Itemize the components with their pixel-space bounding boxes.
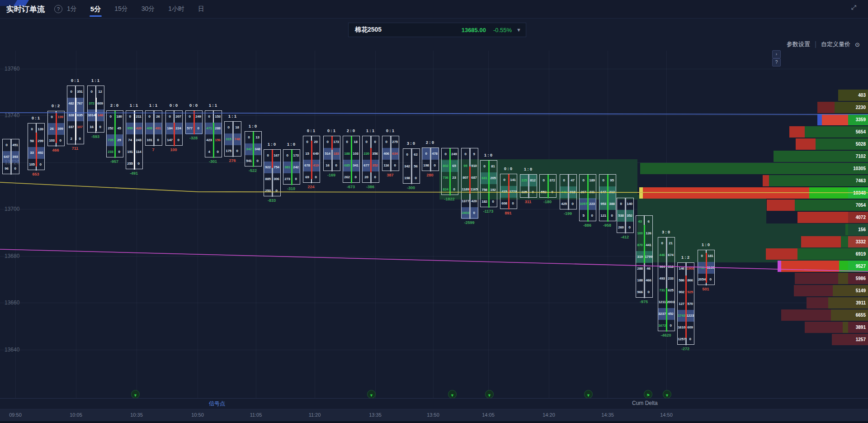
- volume-profile-bar: [835, 102, 848, 113]
- gridline-horizontal: [0, 350, 868, 350]
- volume-profile-bar: [781, 261, 839, 272]
- custom-volume-price-button[interactable]: 自定义量价: [821, 40, 850, 48]
- tab-timeframe-2[interactable]: 15分: [113, 0, 129, 18]
- signal-marker-icon[interactable]: ▼: [448, 390, 457, 399]
- tab-timeframe-1[interactable]: 5分: [90, 0, 102, 18]
- volume-profile-bar: [795, 200, 848, 211]
- footprint-chart[interactable]: 1376013740137201370013680136601364040322…: [0, 0, 868, 423]
- tab-timeframe-5[interactable]: 日: [197, 0, 205, 18]
- gridline-vertical: [15, 51, 16, 398]
- gridline-vertical: [375, 51, 376, 398]
- cum-delta-label: Cum Delta: [632, 400, 658, 406]
- volume-profile-value: 403: [848, 90, 868, 101]
- volume-profile-value: 10348: [848, 187, 868, 199]
- top-bar: 实时订单流 ? 1分5分15分30分1小时日: [0, 0, 868, 19]
- signal-marker-icon[interactable]: ⚑: [644, 390, 652, 399]
- gridline-vertical: [315, 51, 315, 398]
- time-axis-tick: 11:05: [250, 412, 262, 418]
- volume-profile-value: 6919: [848, 248, 868, 260]
- volume-profile-bar: [816, 138, 848, 150]
- time-axis-tick: 10:05: [70, 412, 82, 418]
- right-toolbar: 参数设置 | 自定义量价 ⊙: [787, 40, 860, 49]
- volume-profile-value: 6655: [848, 309, 868, 321]
- gridline-vertical: [488, 51, 489, 398]
- chart-bottom-divider: [0, 398, 868, 399]
- volume-profile-bar: [794, 285, 833, 296]
- time-axis-tick: 09:50: [9, 412, 22, 418]
- volume-profile-value: 1257: [848, 334, 868, 345]
- volume-profile-bar: [789, 126, 805, 138]
- time-axis-tick: 14:50: [660, 412, 673, 418]
- volume-profile-bar: [778, 261, 781, 272]
- time-axis-tick: 14:05: [482, 412, 495, 418]
- last-price: 13685.00: [462, 27, 486, 33]
- panel-collapse-button[interactable]: ›: [772, 50, 781, 58]
- time-axis-tick: 14:35: [601, 412, 614, 418]
- volume-profile-bar: [822, 114, 848, 125]
- volume-profile-value: 3359: [848, 114, 868, 125]
- toolbar-divider: |: [815, 40, 816, 48]
- volume-profile-bar: [807, 297, 828, 309]
- signal-marker-icon[interactable]: ▼: [485, 390, 494, 399]
- volume-profile-value: 9527: [848, 261, 868, 272]
- volume-profile-bar: [809, 187, 848, 199]
- volume-profile-bar: [838, 90, 848, 101]
- instrument-bar[interactable]: 棉花2505 13685.00 -0.55% ▼: [348, 23, 526, 37]
- volume-profile-bar: [817, 102, 835, 113]
- eye-icon[interactable]: ⊙: [855, 41, 860, 48]
- volume-profile-bar: [797, 212, 848, 223]
- signal-points-label[interactable]: 信号点: [209, 400, 225, 408]
- volume-profile-bar: [767, 200, 795, 211]
- price-axis-label: 13660: [5, 299, 19, 306]
- tab-timeframe-3[interactable]: 30分: [141, 0, 156, 18]
- help-icon[interactable]: ?: [54, 5, 62, 13]
- price-axis-label: 13680: [5, 253, 19, 259]
- volume-profile-bar: [805, 322, 843, 333]
- volume-profile-bar: [832, 334, 848, 345]
- signal-marker-icon[interactable]: ▼: [663, 390, 671, 399]
- price-axis-label: 13760: [5, 66, 19, 72]
- gridline-horizontal: [0, 69, 868, 69]
- price-axis-label: 13740: [5, 112, 19, 119]
- volume-profile-bar: [769, 175, 848, 186]
- volume-profile-value: 5149: [848, 285, 868, 296]
- gridline-vertical: [256, 51, 256, 398]
- signal-marker-icon[interactable]: ▼: [131, 390, 140, 399]
- settings-button[interactable]: 参数设置: [787, 40, 810, 48]
- volume-profile-value: 3911: [848, 297, 868, 309]
- volume-profile-bar: [763, 175, 769, 186]
- change-percent: -0.55%: [493, 27, 512, 33]
- time-axis[interactable]: 09:5010:0510:3510:5011:0511:2013:3513:50…: [0, 409, 868, 421]
- volume-profile-value: 5986: [848, 273, 868, 284]
- volume-profile-bar: [801, 236, 841, 247]
- gridline-horizontal: [0, 303, 868, 303]
- signal-marker-icon[interactable]: ▼: [584, 390, 593, 399]
- panel-help-button[interactable]: ?: [772, 58, 781, 67]
- volume-profile-bar: [639, 187, 643, 199]
- volume-profile-value: 10305: [848, 163, 868, 174]
- volume-profile-value: 7054: [848, 200, 868, 211]
- value-area-band: [637, 195, 766, 223]
- gridline-vertical: [549, 51, 549, 398]
- expand-icon[interactable]: ⤢: [851, 4, 856, 11]
- volume-profile-value: 5028: [848, 138, 868, 150]
- tab-timeframe-0[interactable]: 1分: [66, 0, 78, 18]
- orderflow-app: 1376013740137201370013680136601364040322…: [0, 0, 868, 423]
- volume-profile-bar: [833, 285, 848, 296]
- time-axis-tick: 14:20: [542, 412, 555, 418]
- timeframe-tabs: 1分5分15分30分1小时日: [66, 0, 205, 18]
- volume-profile-value: 5654: [848, 126, 868, 138]
- gridline-vertical: [433, 51, 434, 398]
- volume-profile-bar: [838, 273, 848, 284]
- volume-profile-bar: [841, 236, 848, 247]
- instrument-name: 棉花2505: [355, 26, 382, 34]
- chevron-down-icon[interactable]: ▼: [516, 27, 521, 33]
- volume-profile-bar: [828, 297, 848, 309]
- volume-profile-bar: [795, 273, 838, 284]
- time-axis-tick: 13:50: [427, 412, 439, 418]
- volume-profile-bar: [839, 261, 848, 272]
- volume-profile-bar: [766, 248, 797, 260]
- tab-timeframe-4[interactable]: 1小时: [167, 0, 185, 18]
- volume-profile-bar: [640, 163, 848, 174]
- signal-marker-icon[interactable]: ▼: [367, 390, 376, 399]
